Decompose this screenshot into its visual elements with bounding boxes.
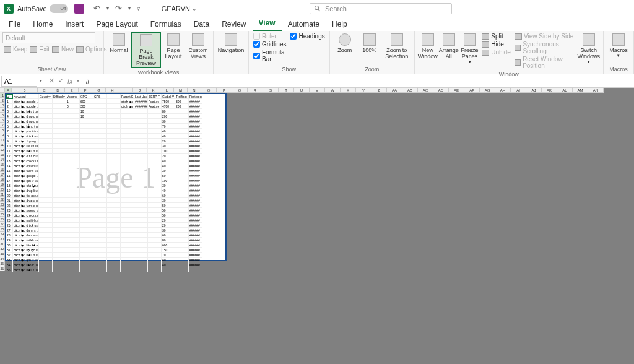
row-header-35[interactable]: 35 (0, 261, 5, 266)
redo-button[interactable]: ↷ (115, 4, 122, 13)
cell[interactable] (134, 188, 148, 193)
cell[interactable] (134, 178, 148, 183)
row-header-31[interactable]: 31 (0, 241, 5, 246)
cell[interactable] (80, 178, 93, 183)
cell[interactable] (53, 149, 66, 154)
cell[interactable] (107, 129, 121, 134)
table-row[interactable]: 21cách tạo drop d us30###### (6, 198, 202, 203)
cell[interactable] (66, 238, 80, 243)
cell[interactable] (66, 203, 80, 208)
cell[interactable] (148, 208, 162, 213)
cell[interactable]: ###### (189, 233, 202, 238)
cell[interactable]: cách tạo tài mi us (13, 168, 39, 173)
cell[interactable] (66, 114, 80, 119)
cell[interactable] (53, 178, 66, 183)
cell[interactable]: 25 (6, 218, 13, 223)
cell[interactable] (80, 262, 93, 267)
cell[interactable]: 18 (6, 183, 13, 188)
cell[interactable]: cách tạo biểu t us (13, 109, 39, 114)
cell[interactable]: cách tạo file go us (13, 193, 39, 198)
cell[interactable] (80, 198, 93, 203)
cell[interactable] (93, 238, 107, 243)
cell[interactable] (66, 158, 80, 163)
col-header-L[interactable]: L (160, 88, 174, 93)
cell[interactable] (107, 183, 121, 188)
cell[interactable] (66, 233, 80, 238)
cell[interactable] (121, 198, 134, 203)
cell[interactable] (66, 168, 80, 173)
cell[interactable] (80, 238, 93, 243)
cell[interactable] (66, 208, 80, 213)
row-header-8[interactable]: 8 (0, 128, 5, 132)
cell[interactable]: cách tạo (121, 104, 134, 109)
cell[interactable]: 1 (66, 99, 80, 104)
cell[interactable] (93, 178, 107, 183)
undo-button[interactable]: ↶ (93, 4, 100, 13)
table-row[interactable]: 30cách tạo liên kế us600###### (6, 243, 202, 248)
cell[interactable]: CPC (80, 94, 93, 99)
cell[interactable] (53, 203, 66, 208)
cell[interactable] (175, 233, 189, 238)
table-row[interactable]: 16cách tạo google us50###### (6, 173, 202, 178)
cell[interactable] (53, 208, 66, 213)
cell[interactable]: cách tạo biểu đ us (13, 253, 39, 258)
cell[interactable] (93, 213, 107, 218)
cell[interactable]: cách tạo bảng t us (13, 124, 39, 129)
cell[interactable] (121, 218, 134, 223)
table-row[interactable]: 6cách tạo bảng t us70###### (6, 124, 202, 129)
table-row[interactable]: 9cách tạo 1 goog us20###### (6, 139, 202, 144)
cell[interactable]: ###### (189, 193, 202, 198)
cell[interactable] (53, 158, 66, 163)
col-header-Z[interactable]: Z (371, 88, 387, 93)
cell[interactable] (148, 228, 162, 233)
cell[interactable]: 1 (6, 99, 13, 104)
cell[interactable] (148, 139, 162, 144)
col-header-AI[interactable]: AI (511, 88, 526, 93)
cell[interactable]: ###### (189, 253, 202, 258)
cell[interactable] (66, 139, 80, 144)
col-header-G[interactable]: G (92, 88, 106, 93)
cell[interactable] (80, 158, 93, 163)
cell[interactable] (121, 203, 134, 208)
cell[interactable] (107, 267, 121, 272)
cell[interactable] (175, 223, 189, 228)
cell[interactable] (39, 233, 53, 238)
cell[interactable] (134, 203, 148, 208)
row-header-14[interactable]: 14 (0, 157, 5, 162)
undo-chevron-icon[interactable]: ▾ (106, 6, 109, 11)
cell[interactable]: 32 (6, 253, 13, 258)
cell[interactable] (107, 208, 121, 213)
cell[interactable]: 50 (162, 203, 175, 208)
cell[interactable] (148, 134, 162, 139)
cell[interactable]: ###### (189, 149, 202, 154)
cell[interactable]: cách tạo multi-l us (13, 218, 39, 223)
cell[interactable]: cách tạo ô tick us (13, 134, 39, 139)
cell[interactable]: 31 (6, 248, 13, 253)
cell[interactable] (134, 253, 148, 258)
cell[interactable] (93, 203, 107, 208)
cell[interactable] (121, 168, 134, 173)
cell[interactable] (107, 243, 121, 248)
cell[interactable]: ###### (189, 183, 202, 188)
col-header-I[interactable]: I (119, 88, 133, 93)
cell[interactable]: cách tạo salend us (13, 208, 39, 213)
cell[interactable] (107, 144, 121, 149)
cell[interactable]: cách tạo drop d us (13, 198, 39, 203)
tab-file[interactable]: File (2, 17, 27, 31)
cell[interactable] (107, 198, 121, 203)
cell[interactable] (175, 183, 189, 188)
cell[interactable] (175, 144, 189, 149)
cell[interactable] (39, 218, 53, 223)
cell[interactable] (53, 223, 66, 228)
cell[interactable] (39, 178, 53, 183)
cell[interactable] (66, 228, 80, 233)
cell[interactable] (175, 124, 189, 129)
cell[interactable]: 12 (6, 154, 13, 158)
cell[interactable] (93, 243, 107, 248)
cell[interactable] (107, 218, 121, 223)
cell[interactable] (93, 258, 107, 262)
cell[interactable]: cách tạo list ch us (13, 144, 39, 149)
cell[interactable] (148, 223, 162, 228)
cell[interactable]: 80 (162, 109, 175, 114)
cell[interactable] (93, 198, 107, 203)
